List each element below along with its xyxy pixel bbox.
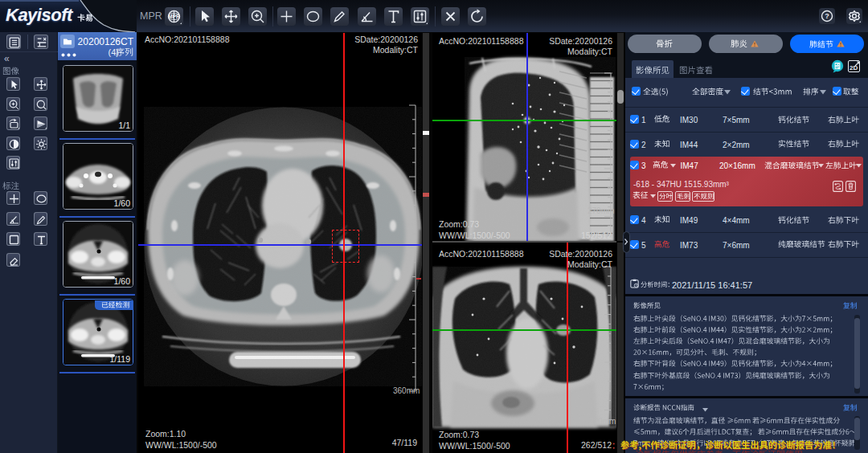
svg-text:MPR: MPR	[168, 14, 180, 19]
svg-text:?: ?	[825, 12, 829, 20]
